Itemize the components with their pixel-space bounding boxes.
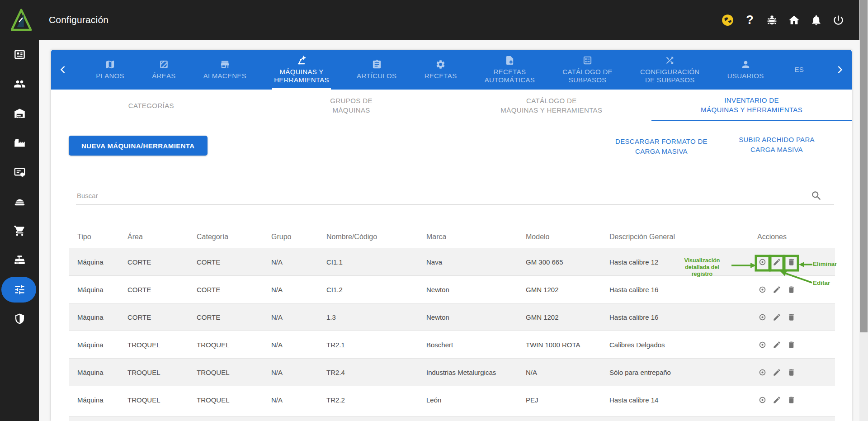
delete-trash-icon[interactable] bbox=[787, 396, 796, 404]
topbar: Configuración ? bbox=[0, 0, 868, 40]
edit-pencil-icon[interactable] bbox=[773, 313, 781, 322]
tab-areas[interactable]: ÁREAS bbox=[150, 50, 177, 90]
sidebar-item-people[interactable] bbox=[0, 69, 39, 99]
subtab-inventario-de-maquinas[interactable]: INVENTARIO DE MÁQUINAS Y HERRAMIENTAS bbox=[651, 90, 852, 121]
tab-label: USUARIOS bbox=[727, 72, 764, 80]
row-actions bbox=[757, 396, 835, 404]
tab-truncated[interactable]: ES bbox=[790, 50, 809, 90]
subtab-catalogo-de-maquinas[interactable]: CATÁLOGO DE MÁQUINAS Y HERRAMIENTAS bbox=[452, 90, 652, 121]
vertical-scrollbar[interactable] bbox=[859, 0, 868, 421]
download-bulk-format-link[interactable]: DESCARGAR FORMATO DE CARGA MASIVA bbox=[594, 137, 729, 156]
row-actions bbox=[757, 285, 835, 294]
view-eye-icon[interactable] bbox=[758, 313, 767, 322]
column-header: Nombre/Código bbox=[326, 233, 426, 241]
app-logo-icon bbox=[11, 9, 32, 31]
tab-almacenes[interactable]: ALMACENES bbox=[202, 50, 248, 90]
table-row-partial bbox=[69, 416, 835, 421]
tab-recetas-automaticas[interactable]: RECETAS AUTOMÁTICAS bbox=[483, 50, 537, 90]
tab-configuracion-de-subpasos[interactable]: CONFIGURACIÓN DE SUBPASOS bbox=[638, 50, 701, 90]
bug-report-icon[interactable] bbox=[766, 14, 778, 26]
search-field bbox=[76, 185, 834, 205]
tab-label: ÁREAS bbox=[152, 72, 175, 80]
delete-trash-icon[interactable] bbox=[787, 368, 796, 377]
sidebar-item-security[interactable] bbox=[0, 304, 39, 334]
ballot-icon bbox=[582, 55, 593, 66]
new-machine-button[interactable]: NUEVA MÁQUINA/HERRAMIENTA bbox=[69, 136, 208, 156]
table-row: MáquinaTROQUEL TROQUELN/A TR2.1Boschert … bbox=[69, 331, 835, 358]
column-header: Grupo bbox=[271, 233, 326, 241]
search-input[interactable] bbox=[76, 185, 809, 205]
users-group-icon bbox=[14, 78, 26, 90]
globe-language-icon[interactable] bbox=[722, 14, 734, 26]
subtabs: CATEGORÍAS GRUPOS DE MÁQUINAS CATÁLOGO D… bbox=[51, 90, 852, 121]
annotation-arrows bbox=[723, 250, 818, 286]
scrollbar-thumb[interactable] bbox=[860, 0, 868, 332]
tab-planos[interactable]: PLANOS bbox=[94, 50, 126, 90]
column-header: Marca bbox=[426, 233, 526, 241]
edit-pencil-icon[interactable] bbox=[773, 285, 781, 294]
table-row: MáquinaTROQUEL TROQUELN/A TR2.2León PEJH… bbox=[69, 386, 835, 413]
edit-pencil-icon[interactable] bbox=[773, 341, 781, 349]
notifications-icon[interactable] bbox=[810, 14, 822, 26]
upload-bulk-file-link[interactable]: SUBIR ARCHIDO PARA CARGA MASIVA bbox=[720, 135, 833, 155]
view-eye-icon[interactable] bbox=[758, 285, 767, 294]
view-eye-icon[interactable] bbox=[758, 396, 767, 404]
factory-icon bbox=[14, 137, 26, 149]
view-eye-icon[interactable] bbox=[758, 368, 767, 377]
search-icon[interactable] bbox=[811, 190, 822, 202]
subtab-categorias[interactable]: CATEGORÍAS bbox=[51, 90, 251, 121]
sidebar-item-factory[interactable] bbox=[0, 128, 39, 157]
warehouse-icon bbox=[14, 107, 26, 119]
tab-maquinas-y-herramientas[interactable]: MÁQUINAS Y HERRAMIENTAS bbox=[272, 50, 331, 90]
shopping-cart-icon bbox=[14, 225, 26, 237]
news-card-icon bbox=[14, 48, 26, 61]
clipboard-icon bbox=[372, 59, 382, 70]
edit-pencil-icon[interactable] bbox=[773, 396, 781, 404]
file-gear-icon bbox=[505, 55, 515, 66]
annotation-edit-label: Editar bbox=[813, 279, 830, 286]
content-card: PLANOS ÁREAS ALMACENES bbox=[51, 50, 852, 421]
sidebar-item-certificates[interactable] bbox=[0, 157, 39, 187]
chevron-right-icon[interactable] bbox=[833, 61, 846, 79]
tab-usuarios[interactable]: USUARIOS bbox=[726, 50, 766, 90]
column-header: Categoría bbox=[197, 233, 271, 241]
sidebar-item-news[interactable] bbox=[0, 40, 39, 69]
row-actions bbox=[757, 341, 835, 349]
inventory-table: Tipo Área Categoría Grupo Nombre/Código … bbox=[69, 226, 835, 421]
settings-sliders-icon bbox=[14, 284, 26, 296]
tab-recetas[interactable]: RECETAS bbox=[423, 50, 459, 90]
tab-label: RECETAS AUTOMÁTICAS bbox=[485, 68, 535, 84]
chevron-left-icon[interactable] bbox=[57, 61, 70, 79]
column-header: Acciones bbox=[757, 233, 835, 241]
sidebar-item-sales[interactable] bbox=[0, 246, 39, 275]
tab-catalogo-de-subpasos[interactable]: CATÁLOGO DE SUBPASOS bbox=[561, 50, 614, 90]
subtab-grupos-de-maquinas[interactable]: GRUPOS DE MÁQUINAS bbox=[251, 90, 452, 121]
tab-label: RECETAS bbox=[425, 72, 457, 80]
row-actions bbox=[757, 313, 835, 322]
cash-register-icon bbox=[14, 254, 26, 266]
delete-trash-icon[interactable] bbox=[787, 285, 796, 294]
delete-trash-icon[interactable] bbox=[787, 341, 796, 349]
home-icon[interactable] bbox=[788, 14, 800, 26]
sidebar-item-machines[interactable] bbox=[0, 187, 39, 216]
view-eye-icon[interactable] bbox=[758, 341, 767, 349]
sidebar-item-warehouse[interactable] bbox=[0, 99, 39, 128]
edit-pencil-icon[interactable] bbox=[773, 368, 781, 377]
power-icon[interactable] bbox=[832, 14, 844, 26]
certificate-icon bbox=[14, 166, 26, 178]
sidebar-item-configuration[interactable] bbox=[0, 275, 39, 304]
table-header: Tipo Área Categoría Grupo Nombre/Código … bbox=[69, 226, 835, 248]
page-title: Configuración bbox=[49, 14, 108, 25]
tab-articulos[interactable]: ARTÍCULOS bbox=[355, 50, 398, 90]
help-icon[interactable]: ? bbox=[744, 14, 756, 26]
tab-label: CONFIGURACIÓN DE SUBPASOS bbox=[640, 68, 699, 84]
sidebar-item-purchases[interactable] bbox=[0, 216, 39, 246]
delete-trash-icon[interactable] bbox=[787, 313, 796, 322]
tab-label: CATÁLOGO DE SUBPASOS bbox=[562, 68, 613, 84]
machine-icon bbox=[14, 195, 26, 208]
tab-label: ES bbox=[794, 66, 804, 74]
annotation-delete-label: Eliminar bbox=[813, 260, 837, 267]
tab-label: PLANOS bbox=[96, 72, 124, 80]
column-header: Área bbox=[127, 233, 197, 241]
tab-label: ALMACENES bbox=[203, 72, 246, 80]
